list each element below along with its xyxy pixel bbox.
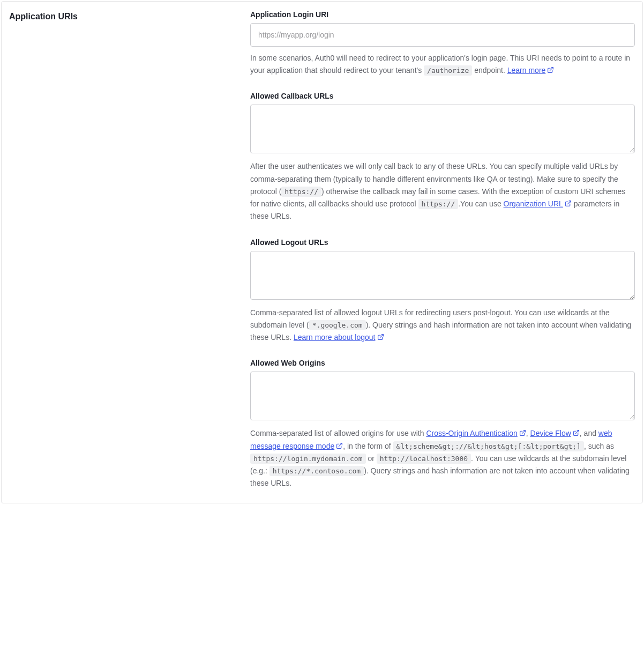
external-link-icon bbox=[519, 429, 526, 436]
device-flow-link[interactable]: Device Flow bbox=[530, 429, 580, 437]
logout-urls-label: Allowed Logout URLs bbox=[250, 238, 635, 247]
svg-line-0 bbox=[550, 68, 553, 71]
login-uri-code-authorize: /authorize bbox=[424, 65, 472, 76]
external-link-icon bbox=[565, 200, 572, 207]
section-heading: Application URIs bbox=[9, 12, 229, 21]
logout-code-wildcard: *.google.com bbox=[309, 320, 366, 330]
web-origins-code-localhost: http://localhost:3000 bbox=[377, 454, 471, 464]
web-origins-help: Comma-separated list of allowed origins … bbox=[250, 427, 635, 489]
svg-line-5 bbox=[339, 443, 342, 446]
login-uri-label: Application Login URI bbox=[250, 10, 635, 19]
web-origins-input[interactable] bbox=[250, 372, 635, 420]
web-origins-help-text-3: , and bbox=[580, 429, 598, 437]
callback-help-text-3: .You can use bbox=[458, 199, 503, 208]
web-origins-label: Allowed Web Origins bbox=[250, 359, 635, 367]
web-origins-help-text-2: , bbox=[526, 429, 530, 437]
callback-urls-input[interactable] bbox=[250, 105, 635, 153]
logout-learn-more-text: Learn more about logout bbox=[294, 333, 376, 342]
field-login-uri: Application Login URI In some scenarios,… bbox=[250, 10, 635, 77]
web-origins-help-text-6: or bbox=[366, 454, 377, 463]
svg-line-3 bbox=[522, 431, 525, 434]
cross-origin-auth-link[interactable]: Cross-Origin Authentication bbox=[426, 429, 526, 437]
web-origins-code-scheme: &lt;scheme&gt;://&lt;host&gt;[:&lt;port&… bbox=[393, 441, 584, 451]
svg-line-1 bbox=[567, 201, 571, 204]
external-link-icon bbox=[377, 333, 384, 340]
web-origins-code-login: https://login.mydomain.com bbox=[250, 454, 366, 464]
field-logout-urls: Allowed Logout URLs Comma-separated list… bbox=[250, 238, 635, 344]
login-uri-learn-more-link[interactable]: Learn more bbox=[507, 66, 555, 75]
web-origins-help-text-5: , such as bbox=[584, 442, 614, 450]
external-link-icon bbox=[573, 429, 580, 436]
field-callback-urls: Allowed Callback URLs After the user aut… bbox=[250, 92, 635, 222]
login-uri-help-text-2: endpoint. bbox=[472, 66, 507, 75]
application-uris-panel: Application URIs Application Login URI I… bbox=[1, 1, 643, 503]
external-link-icon bbox=[547, 66, 554, 73]
web-origins-code-contoso: https://*.contoso.com bbox=[269, 466, 364, 476]
cross-origin-auth-link-text: Cross-Origin Authentication bbox=[426, 429, 517, 437]
login-uri-help: In some scenarios, Auth0 will need to re… bbox=[250, 52, 635, 77]
field-web-origins: Allowed Web Origins Comma-separated list… bbox=[250, 359, 635, 489]
logout-urls-input[interactable] bbox=[250, 251, 635, 300]
callback-urls-label: Allowed Callback URLs bbox=[250, 92, 635, 100]
panel-left: Application URIs bbox=[9, 10, 229, 490]
svg-line-4 bbox=[575, 431, 579, 434]
svg-line-2 bbox=[380, 335, 383, 338]
callback-code-https-2: https:// bbox=[418, 199, 459, 209]
organization-url-link[interactable]: Organization URL bbox=[504, 199, 572, 208]
device-flow-link-text: Device Flow bbox=[530, 429, 571, 437]
panel-right: Application Login URI In some scenarios,… bbox=[250, 10, 635, 490]
login-uri-learn-more-text: Learn more bbox=[507, 66, 546, 75]
organization-url-link-text: Organization URL bbox=[504, 199, 563, 208]
logout-urls-help: Comma-separated list of allowed logout U… bbox=[250, 307, 635, 344]
login-uri-input[interactable] bbox=[250, 23, 635, 47]
callback-code-https-1: https:// bbox=[281, 187, 321, 197]
external-link-icon bbox=[336, 442, 343, 449]
logout-learn-more-link[interactable]: Learn more about logout bbox=[294, 333, 384, 342]
web-origins-help-text-1: Comma-separated list of allowed origins … bbox=[250, 429, 426, 437]
callback-urls-help: After the user authenticates we will onl… bbox=[250, 160, 635, 222]
web-origins-help-text-4: , in the form of bbox=[343, 442, 393, 450]
